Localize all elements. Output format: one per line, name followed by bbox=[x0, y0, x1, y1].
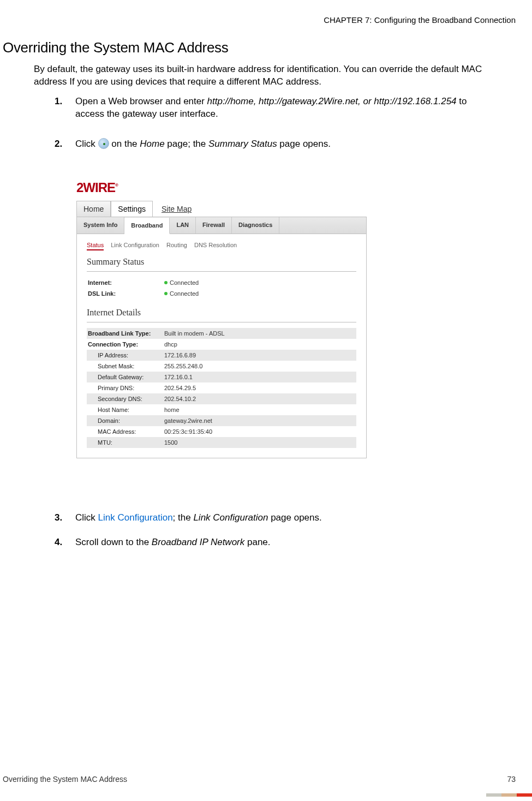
value-dsl-link: Connected bbox=[164, 290, 355, 297]
page-number: 73 bbox=[507, 775, 516, 784]
footer-decoration bbox=[486, 793, 532, 797]
step-text: Scroll down to the Broadband IP Network … bbox=[75, 537, 271, 547]
step-number: 1. bbox=[55, 95, 62, 108]
label: MTU: bbox=[88, 439, 164, 446]
value: 255.255.248.0 bbox=[164, 363, 355, 369]
step-text: Click Link Configuration; the Link Confi… bbox=[75, 512, 322, 523]
tab-system-info[interactable]: System Info bbox=[77, 217, 124, 234]
row-ip-address: IP Address: 172.16.6.89 bbox=[87, 350, 356, 361]
globe-icon bbox=[98, 138, 109, 149]
tab-firewall[interactable]: Firewall bbox=[196, 217, 232, 234]
tab-diagnostics[interactable]: Diagnostics bbox=[232, 217, 279, 234]
row-domain: Domain: gateway.2wire.net bbox=[87, 415, 356, 426]
value: 172.16.0.1 bbox=[164, 374, 355, 380]
tab-broadband[interactable]: Broadband bbox=[124, 218, 170, 234]
step-4: 4. Scroll down to the Broadband IP Netwo… bbox=[55, 536, 477, 549]
chapter-header: CHAPTER 7: Configuring the Broadband Con… bbox=[324, 15, 516, 25]
status-dot-icon bbox=[164, 292, 168, 295]
row-broadband-link-type: Broadband Link Type: Built in modem - AD… bbox=[87, 328, 356, 339]
gateway-screenshot: 2WIRE® Home Settings Site Map System Inf… bbox=[76, 180, 367, 458]
panel-content: Status Link Configuration Routing DNS Re… bbox=[76, 234, 367, 458]
secondary-tabs: System Info Broadband LAN Firewall Diagn… bbox=[76, 217, 367, 234]
label-dsl-link: DSL Link: bbox=[88, 290, 164, 297]
label: Primary DNS: bbox=[88, 385, 164, 391]
row-mtu: MTU: 1500 bbox=[87, 437, 356, 448]
value: 172.16.6.89 bbox=[164, 352, 355, 358]
label: Subnet Mask: bbox=[88, 363, 164, 369]
step-number: 2. bbox=[55, 138, 62, 151]
sub-tabs: Status Link Configuration Routing DNS Re… bbox=[87, 242, 356, 248]
divider bbox=[87, 271, 356, 272]
primary-tabs: Home Settings bbox=[76, 201, 153, 217]
section-title: Overriding the System MAC Address bbox=[3, 39, 228, 56]
value: home bbox=[164, 407, 355, 413]
row-default-gateway: Default Gateway: 172.16.0.1 bbox=[87, 372, 356, 382]
label-internet: Internet: bbox=[88, 279, 164, 286]
step-text: Click on the Home page; the Summary Stat… bbox=[75, 139, 331, 149]
step-2: 2. Click on the Home page; the Summary S… bbox=[55, 138, 477, 151]
tab-settings[interactable]: Settings bbox=[111, 201, 153, 217]
heading-summary-status: Summary Status bbox=[87, 257, 356, 267]
label: Secondary DNS: bbox=[88, 396, 164, 402]
label: MAC Address: bbox=[88, 428, 164, 435]
subtab-routing[interactable]: Routing bbox=[166, 242, 187, 248]
link-site-map[interactable]: Site Map bbox=[156, 201, 197, 217]
row-subnet-mask: Subnet Mask: 255.255.248.0 bbox=[87, 361, 356, 372]
value: 202.54.29.5 bbox=[164, 385, 355, 391]
footer-section-name: Overriding the System MAC Address bbox=[3, 775, 127, 784]
subtab-status[interactable]: Status bbox=[87, 242, 104, 250]
step-3: 3. Click Link Configuration; the Link Co… bbox=[55, 512, 477, 524]
label: Connection Type: bbox=[88, 341, 164, 348]
tab-lan[interactable]: LAN bbox=[170, 217, 196, 234]
step-1: 1. Open a Web browser and enter http://h… bbox=[55, 95, 477, 121]
link-link-configuration[interactable]: Link Configuration bbox=[98, 512, 173, 523]
value-internet: Connected bbox=[164, 279, 355, 286]
label: Domain: bbox=[88, 417, 164, 424]
intro-paragraph: By default, the gateway uses its built-i… bbox=[34, 63, 516, 88]
label: Host Name: bbox=[88, 407, 164, 413]
heading-internet-details: Internet Details bbox=[87, 308, 356, 318]
value: gateway.2wire.net bbox=[164, 417, 355, 424]
divider bbox=[87, 322, 356, 322]
subtab-link-configuration[interactable]: Link Configuration bbox=[111, 242, 159, 248]
label: Default Gateway: bbox=[88, 374, 164, 380]
row-secondary-dns: Secondary DNS: 202.54.10.2 bbox=[87, 393, 356, 404]
label: IP Address: bbox=[88, 352, 164, 358]
value: Built in modem - ADSL bbox=[164, 330, 355, 337]
tab-home[interactable]: Home bbox=[76, 201, 111, 217]
step-number: 3. bbox=[55, 512, 62, 524]
logo-2wire: 2WIRE® bbox=[76, 180, 367, 195]
value: 202.54.10.2 bbox=[164, 396, 355, 402]
value: 00:25:3c:91:35:40 bbox=[164, 428, 355, 435]
row-host-name: Host Name: home bbox=[87, 404, 356, 415]
subtab-dns-resolution[interactable]: DNS Resolution bbox=[194, 242, 237, 248]
row-dsl-link: DSL Link: Connected bbox=[87, 288, 356, 299]
status-dot-icon bbox=[164, 281, 168, 284]
step-text: Open a Web browser and enter http://home… bbox=[75, 96, 467, 119]
row-mac-address: MAC Address: 00:25:3c:91:35:40 bbox=[87, 426, 356, 437]
label: Broadband Link Type: bbox=[88, 330, 164, 337]
step-number: 4. bbox=[55, 536, 62, 549]
row-internet: Internet: Connected bbox=[87, 277, 356, 288]
value: 1500 bbox=[164, 439, 355, 446]
row-connection-type: Connection Type: dhcp bbox=[87, 339, 356, 350]
row-primary-dns: Primary DNS: 202.54.29.5 bbox=[87, 382, 356, 393]
value: dhcp bbox=[164, 341, 355, 348]
